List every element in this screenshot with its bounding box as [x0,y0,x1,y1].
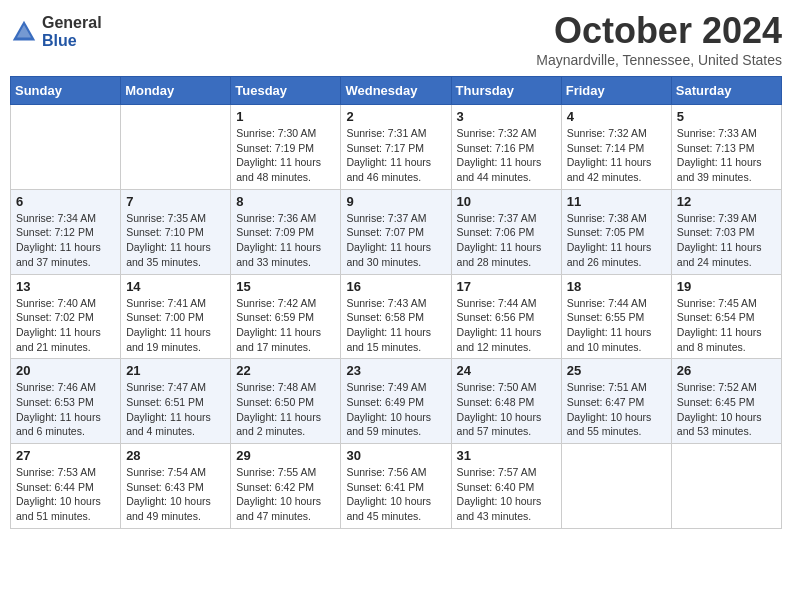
calendar-week-4: 27Sunrise: 7:53 AMSunset: 6:44 PMDayligh… [11,444,782,529]
day-info: Sunrise: 7:44 AMSunset: 6:56 PMDaylight:… [457,296,556,355]
day-number: 15 [236,279,335,294]
day-number: 21 [126,363,225,378]
calendar-week-3: 20Sunrise: 7:46 AMSunset: 6:53 PMDayligh… [11,359,782,444]
day-info: Sunrise: 7:32 AMSunset: 7:16 PMDaylight:… [457,126,556,185]
day-info: Sunrise: 7:38 AMSunset: 7:05 PMDaylight:… [567,211,666,270]
day-number: 30 [346,448,445,463]
day-info: Sunrise: 7:33 AMSunset: 7:13 PMDaylight:… [677,126,776,185]
day-number: 12 [677,194,776,209]
day-number: 16 [346,279,445,294]
day-number: 1 [236,109,335,124]
day-header-tuesday: Tuesday [231,77,341,105]
day-number: 22 [236,363,335,378]
calendar-header: SundayMondayTuesdayWednesdayThursdayFrid… [11,77,782,105]
day-number: 25 [567,363,666,378]
calendar-cell: 11Sunrise: 7:38 AMSunset: 7:05 PMDayligh… [561,189,671,274]
day-header-wednesday: Wednesday [341,77,451,105]
day-info: Sunrise: 7:37 AMSunset: 7:07 PMDaylight:… [346,211,445,270]
calendar-table: SundayMondayTuesdayWednesdayThursdayFrid… [10,76,782,529]
day-header-sunday: Sunday [11,77,121,105]
day-info: Sunrise: 7:43 AMSunset: 6:58 PMDaylight:… [346,296,445,355]
day-number: 4 [567,109,666,124]
day-number: 7 [126,194,225,209]
day-info: Sunrise: 7:50 AMSunset: 6:48 PMDaylight:… [457,380,556,439]
day-info: Sunrise: 7:39 AMSunset: 7:03 PMDaylight:… [677,211,776,270]
calendar-cell: 24Sunrise: 7:50 AMSunset: 6:48 PMDayligh… [451,359,561,444]
calendar-cell: 26Sunrise: 7:52 AMSunset: 6:45 PMDayligh… [671,359,781,444]
month-title: October 2024 [536,10,782,52]
day-header-thursday: Thursday [451,77,561,105]
day-number: 17 [457,279,556,294]
calendar-cell: 23Sunrise: 7:49 AMSunset: 6:49 PMDayligh… [341,359,451,444]
calendar-cell: 16Sunrise: 7:43 AMSunset: 6:58 PMDayligh… [341,274,451,359]
day-number: 11 [567,194,666,209]
day-header-friday: Friday [561,77,671,105]
day-info: Sunrise: 7:35 AMSunset: 7:10 PMDaylight:… [126,211,225,270]
day-header-monday: Monday [121,77,231,105]
day-info: Sunrise: 7:36 AMSunset: 7:09 PMDaylight:… [236,211,335,270]
calendar-cell: 20Sunrise: 7:46 AMSunset: 6:53 PMDayligh… [11,359,121,444]
calendar-cell: 2Sunrise: 7:31 AMSunset: 7:17 PMDaylight… [341,105,451,190]
logo-general-text: General [42,14,102,32]
day-info: Sunrise: 7:42 AMSunset: 6:59 PMDaylight:… [236,296,335,355]
calendar-cell: 27Sunrise: 7:53 AMSunset: 6:44 PMDayligh… [11,444,121,529]
day-info: Sunrise: 7:46 AMSunset: 6:53 PMDaylight:… [16,380,115,439]
day-number: 19 [677,279,776,294]
day-info: Sunrise: 7:52 AMSunset: 6:45 PMDaylight:… [677,380,776,439]
day-number: 10 [457,194,556,209]
calendar-cell: 9Sunrise: 7:37 AMSunset: 7:07 PMDaylight… [341,189,451,274]
calendar-cell [121,105,231,190]
calendar-week-1: 6Sunrise: 7:34 AMSunset: 7:12 PMDaylight… [11,189,782,274]
day-info: Sunrise: 7:32 AMSunset: 7:14 PMDaylight:… [567,126,666,185]
day-number: 24 [457,363,556,378]
calendar-week-0: 1Sunrise: 7:30 AMSunset: 7:19 PMDaylight… [11,105,782,190]
calendar-cell: 5Sunrise: 7:33 AMSunset: 7:13 PMDaylight… [671,105,781,190]
day-info: Sunrise: 7:54 AMSunset: 6:43 PMDaylight:… [126,465,225,524]
calendar-cell [671,444,781,529]
calendar-cell: 13Sunrise: 7:40 AMSunset: 7:02 PMDayligh… [11,274,121,359]
calendar-cell: 3Sunrise: 7:32 AMSunset: 7:16 PMDaylight… [451,105,561,190]
calendar-cell: 6Sunrise: 7:34 AMSunset: 7:12 PMDaylight… [11,189,121,274]
day-number: 20 [16,363,115,378]
day-number: 14 [126,279,225,294]
calendar-cell: 14Sunrise: 7:41 AMSunset: 7:00 PMDayligh… [121,274,231,359]
day-number: 5 [677,109,776,124]
calendar-cell: 18Sunrise: 7:44 AMSunset: 6:55 PMDayligh… [561,274,671,359]
day-info: Sunrise: 7:41 AMSunset: 7:00 PMDaylight:… [126,296,225,355]
day-number: 31 [457,448,556,463]
day-number: 23 [346,363,445,378]
day-number: 28 [126,448,225,463]
calendar-cell: 7Sunrise: 7:35 AMSunset: 7:10 PMDaylight… [121,189,231,274]
header-row: SundayMondayTuesdayWednesdayThursdayFrid… [11,77,782,105]
day-number: 13 [16,279,115,294]
logo-blue-text: Blue [42,32,102,50]
day-info: Sunrise: 7:34 AMSunset: 7:12 PMDaylight:… [16,211,115,270]
calendar-cell: 1Sunrise: 7:30 AMSunset: 7:19 PMDaylight… [231,105,341,190]
calendar-cell [11,105,121,190]
day-number: 29 [236,448,335,463]
day-info: Sunrise: 7:51 AMSunset: 6:47 PMDaylight:… [567,380,666,439]
day-info: Sunrise: 7:49 AMSunset: 6:49 PMDaylight:… [346,380,445,439]
day-info: Sunrise: 7:53 AMSunset: 6:44 PMDaylight:… [16,465,115,524]
calendar-week-2: 13Sunrise: 7:40 AMSunset: 7:02 PMDayligh… [11,274,782,359]
header: General Blue October 2024 Maynardville, … [10,10,782,68]
day-number: 18 [567,279,666,294]
calendar-cell: 12Sunrise: 7:39 AMSunset: 7:03 PMDayligh… [671,189,781,274]
logo: General Blue [10,14,102,49]
calendar-cell: 31Sunrise: 7:57 AMSunset: 6:40 PMDayligh… [451,444,561,529]
day-info: Sunrise: 7:45 AMSunset: 6:54 PMDaylight:… [677,296,776,355]
day-info: Sunrise: 7:40 AMSunset: 7:02 PMDaylight:… [16,296,115,355]
day-info: Sunrise: 7:56 AMSunset: 6:41 PMDaylight:… [346,465,445,524]
calendar-cell: 15Sunrise: 7:42 AMSunset: 6:59 PMDayligh… [231,274,341,359]
day-info: Sunrise: 7:44 AMSunset: 6:55 PMDaylight:… [567,296,666,355]
calendar-cell [561,444,671,529]
day-number: 9 [346,194,445,209]
day-number: 27 [16,448,115,463]
calendar-cell: 8Sunrise: 7:36 AMSunset: 7:09 PMDaylight… [231,189,341,274]
day-info: Sunrise: 7:47 AMSunset: 6:51 PMDaylight:… [126,380,225,439]
calendar-cell: 25Sunrise: 7:51 AMSunset: 6:47 PMDayligh… [561,359,671,444]
day-number: 3 [457,109,556,124]
title-area: October 2024 Maynardville, Tennessee, Un… [536,10,782,68]
calendar-body: 1Sunrise: 7:30 AMSunset: 7:19 PMDaylight… [11,105,782,529]
day-info: Sunrise: 7:30 AMSunset: 7:19 PMDaylight:… [236,126,335,185]
